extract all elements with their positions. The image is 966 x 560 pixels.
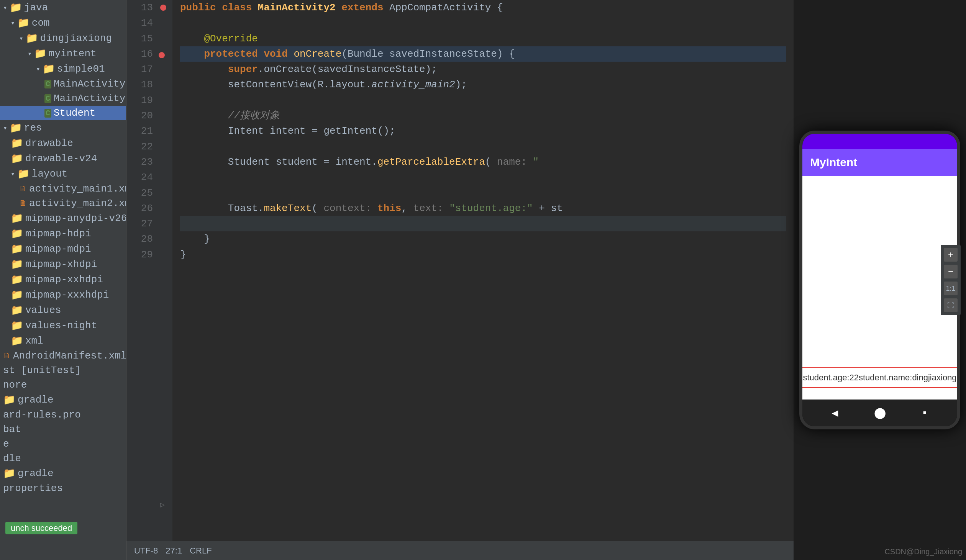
sidebar-item-mipmap-mdpi[interactable]: 📁 mipmap-mdpi — [0, 241, 126, 257]
crlf-indicator: CRLF — [190, 546, 212, 556]
sidebar-item-simple01[interactable]: ▾ 📁 simple01 — [0, 61, 126, 77]
folder-icon: 📁 — [11, 243, 23, 255]
sidebar-item-label: myintent — [49, 48, 97, 59]
code-line-21: Intent intent = getIntent(); — [180, 123, 786, 139]
sidebar-item-androidmanifest[interactable]: 🗎 AndroidManifest.xml — [0, 348, 126, 363]
sidebar-item-label: mipmap-mdpi — [25, 243, 91, 255]
line-num: 16 — [130, 46, 153, 62]
sidebar-item-drawable[interactable]: 📁 drawable — [0, 136, 126, 151]
sidebar-item-gradle2[interactable]: 📁 gradle — [0, 466, 126, 481]
code-line-17: super.onCreate(savedInstanceState); — [180, 62, 786, 77]
sidebar-item-mainactivity1[interactable]: C MainActivity1 — [0, 77, 126, 91]
sidebar-item-student[interactable]: C Student — [0, 106, 126, 120]
sidebar-item-gradle[interactable]: 📁 gradle — [0, 392, 126, 407]
sidebar-item-label: gradle — [18, 394, 54, 406]
sidebar-item-bat[interactable]: bat — [0, 422, 126, 437]
fold-arrow-icon[interactable]: ▷ — [160, 499, 165, 510]
sidebar-item-label: dle — [3, 453, 21, 464]
sidebar-item-label: dingjiaxiong — [40, 33, 112, 44]
line-numbers-gutter: 13 14 15 16 17 18 19 20 21 22 23 24 25 2… — [127, 0, 157, 541]
expand-arrow-icon: ▾ — [36, 65, 40, 73]
code-line-29: } — [180, 247, 786, 263]
sidebar-item-label: res — [24, 122, 42, 134]
sidebar-item-layout[interactable]: ▾ 📁 layout — [0, 166, 126, 182]
sidebar-item-nore[interactable]: nore — [0, 378, 126, 392]
sidebar-item-res[interactable]: ▾ 📁 res — [0, 120, 126, 136]
sidebar-item-values[interactable]: 📁 values — [0, 302, 126, 318]
breakpoint-icon[interactable] — [159, 52, 165, 58]
line-num: 25 — [130, 186, 153, 201]
sidebar-item-guard-rules[interactable]: ard-rules.pro — [0, 407, 126, 422]
code-line-25 — [180, 186, 786, 201]
breakpoint-gutter: ▷ — [157, 0, 172, 541]
sidebar-item-mainactivity2[interactable]: C MainActivity2 — [0, 91, 126, 106]
code-line-23: Student student = intent.getParcelableEx… — [180, 154, 786, 170]
sidebar-item-mipmap-xxhdpi[interactable]: 📁 mipmap-xxhdpi — [0, 272, 126, 287]
sidebar-item-label: drawable — [25, 138, 73, 149]
recents-button-icon[interactable]: ▪ — [922, 407, 928, 419]
line-num: 22 — [130, 139, 153, 154]
editor-status-bar: UTF-8 27:1 CRLF — [127, 541, 794, 560]
sidebar-item-label: drawable-v24 — [25, 153, 97, 164]
code-line-22 — [180, 139, 786, 154]
folder-icon: 📁 — [11, 304, 23, 316]
sidebar-item-activity-main2-xml[interactable]: 🗎 activity_main2.xml — [0, 196, 126, 211]
sidebar-item-label: mipmap-anydpi-v26 — [25, 213, 127, 224]
code-text-area[interactable]: public class MainActivity2 extends AppCo… — [172, 0, 794, 541]
sidebar-item-label: mipmap-xxxhdpi — [25, 289, 109, 301]
expand-arrow-icon: ▾ — [11, 19, 15, 27]
sidebar-item-mipmap-hdpi[interactable]: 📁 mipmap-hdpi — [0, 226, 126, 241]
sidebar-item-label: AndroidManifest.xml — [13, 350, 127, 361]
sidebar-item-label: properties — [3, 483, 63, 494]
line-num: 26 — [130, 201, 153, 216]
sidebar-item-label: ard-rules.pro — [3, 409, 81, 420]
sidebar-item-e[interactable]: e — [0, 437, 126, 451]
code-line-28: } — [180, 232, 786, 247]
sidebar-item-activity-main1-xml[interactable]: 🗎 activity_main1.xml — [0, 182, 126, 196]
code-line-13: public class MainActivity2 extends AppCo… — [180, 0, 786, 15]
sidebar-item-dingjiaxiong[interactable]: ▾ 📁 dingjiaxiong — [0, 31, 126, 46]
sidebar-item-dle[interactable]: dle — [0, 451, 126, 466]
sidebar-item-label: xml — [25, 335, 43, 347]
sidebar-item-mipmap-xhdpi[interactable]: 📁 mipmap-xhdpi — [0, 257, 126, 272]
sidebar-item-label: bat — [3, 424, 21, 435]
expand-arrow-icon: ▾ — [19, 34, 23, 43]
sidebar-item-unittest[interactable]: st [unitTest] — [0, 363, 126, 378]
toast-text: student.age:22student.name:dingjiaxiong — [803, 373, 956, 382]
zoom-fit-button[interactable]: 1:1 — [944, 281, 958, 295]
line-num: 24 — [130, 170, 153, 185]
full-screen-button[interactable]: ⛶ — [944, 298, 958, 312]
sidebar-item-label: gradle — [18, 468, 54, 479]
sidebar-item-values-night[interactable]: 📁 values-night — [0, 318, 126, 333]
sidebar-item-mipmap-xxxhdpi[interactable]: 📁 mipmap-xxxhdpi — [0, 287, 126, 302]
sidebar-item-label: com — [32, 17, 50, 29]
file-tree[interactable]: ▾ 📁 java ▾ 📁 com ▾ 📁 dingjiaxiong ▾ 📁 my… — [0, 0, 127, 560]
sidebar-item-java[interactable]: ▾ 📁 java — [0, 0, 126, 15]
home-button-icon[interactable]: ⬤ — [874, 406, 886, 419]
code-line-26: Toast.makeText( context: this, text: "st… — [180, 201, 786, 216]
sidebar-item-label: MainActivity2 — [54, 93, 127, 104]
watermark-text: CSDN@Ding_Jiaxiong — [884, 547, 962, 556]
back-button-icon[interactable]: ◀ — [832, 406, 838, 419]
line-num: 18 — [130, 77, 153, 92]
sidebar-item-label: st [unitTest] — [3, 365, 81, 376]
zoom-in-button[interactable]: + — [944, 248, 958, 262]
sidebar-item-properties[interactable]: properties — [0, 481, 126, 496]
sidebar-item-drawable-v24[interactable]: 📁 drawable-v24 — [0, 151, 126, 166]
code-line-15: @Override — [180, 31, 786, 46]
folder-icon: 📁 — [3, 394, 15, 406]
zoom-out-button[interactable]: − — [944, 265, 958, 279]
sidebar-item-com[interactable]: ▾ 📁 com — [0, 15, 126, 31]
sidebar-item-xml[interactable]: 📁 xml — [0, 333, 126, 348]
status-text: UTF-8 — [134, 546, 158, 556]
sidebar-item-myintent[interactable]: ▾ 📁 myintent — [0, 46, 126, 61]
folder-icon: 📁 — [34, 48, 46, 60]
sidebar-item-mipmap-anydpi[interactable]: 📁 mipmap-anydpi-v26 — [0, 211, 126, 226]
class-file-icon: C — [44, 109, 51, 118]
class-file-icon: C — [44, 94, 51, 103]
folder-icon: 📁 — [11, 228, 23, 240]
line-num: 23 — [130, 154, 153, 170]
code-line-20: //接收对象 — [180, 108, 786, 123]
line-num: 27 — [130, 216, 153, 232]
code-line-14 — [180, 15, 786, 31]
